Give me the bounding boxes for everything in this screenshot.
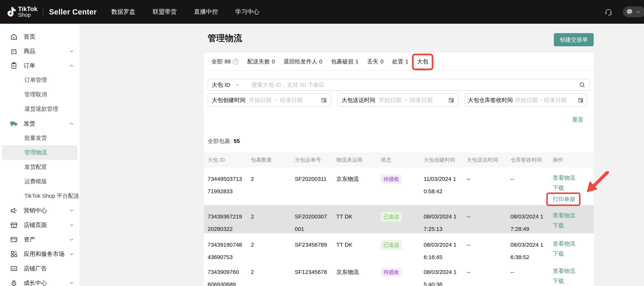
print-document-link[interactable]: 打印单据 <box>553 194 575 204</box>
cell-tracking: SF12345678 <box>295 261 336 278</box>
cell-qty: 2 <box>251 168 295 185</box>
sidebar-item-returns-refunds[interactable]: 退货退款管理 <box>0 102 80 116</box>
download-link[interactable]: 下载 <box>553 276 590 286</box>
filter-warehouse-signed-time[interactable]: 大包仓库签收时间 开始日期 - 结束日期 <box>465 93 587 107</box>
cell-actions: 查看物流 下载 打印单据 <box>553 168 594 205</box>
status-badge: 已送达 <box>381 240 402 250</box>
chevron-down-icon <box>69 208 74 213</box>
view-logistics-link[interactable]: 查看物流 <box>553 266 590 276</box>
cell-qty: 2 <box>251 261 295 278</box>
sidebar-item-products[interactable]: 商品 <box>0 44 80 58</box>
cell-status: 已送达 <box>381 233 424 251</box>
tab-package-damaged[interactable]: 包裹破损 1 <box>331 53 359 70</box>
seller-center-title: Seller Center <box>49 8 96 16</box>
search-field-selector[interactable]: 大包 ID <box>212 81 248 89</box>
chevron-up-icon <box>69 121 74 126</box>
cell-package-id: 7343909760 606930689 <box>208 261 251 286</box>
download-link[interactable]: 下载 <box>553 249 590 259</box>
nav-learning-center[interactable]: 学习中心 <box>236 8 260 16</box>
cell-signed: -- <box>510 261 553 278</box>
date-filters: 大包创建时间 开始日期 - 结束日期 大包送达时间 开始日期 - 结束日期 大包… <box>208 93 587 107</box>
nav-affiliate[interactable]: 联盟带货 <box>153 8 177 16</box>
tab-returned-to-sender[interactable]: 退回给发件人 0 <box>284 53 322 70</box>
search-icon[interactable] <box>578 81 586 88</box>
help-icon[interactable]: ? <box>232 59 238 65</box>
active-tab-underline <box>418 69 428 70</box>
logo-line1: TikTok <box>18 6 38 12</box>
sidebar-item-shipping-template[interactable]: 运费模版 <box>0 174 80 189</box>
sidebar-item-app-service-market[interactable]: 应用和服务市场 <box>0 247 80 261</box>
messages-pill[interactable] <box>623 7 644 17</box>
sidebar-item-order-management[interactable]: 订单管理 <box>0 73 80 87</box>
nav-live-center[interactable]: 直播中控 <box>194 8 218 16</box>
sidebar-item-shop-ads[interactable]: AD 店铺广告 <box>0 261 80 276</box>
cell-created: 08/03/2024 1 6:16:45 <box>424 233 467 263</box>
table-header: 大包 ID 包裹数量 大包运单号 物流承运商 状态 大包创建时间 大包送达时间 … <box>204 153 594 168</box>
chevron-down-icon <box>235 82 240 87</box>
search-input[interactable] <box>252 82 576 88</box>
sidebar-item-bulk-shipping[interactable]: 批量发货 <box>0 131 80 145</box>
cell-carrier: 京东物流 <box>336 261 381 278</box>
reset-filters-link[interactable]: 重置 <box>572 116 583 124</box>
filter-delivered-time[interactable]: 大包送达时间 开始日期 - 结束日期 <box>338 93 458 107</box>
svg-text:AD: AD <box>12 267 16 270</box>
table-row: 73439367219 20280322 2 SF20200307 001 TT… <box>204 205 594 233</box>
chevron-down-icon <box>636 10 641 14</box>
sidebar-item-shipping[interactable]: 发货 <box>0 116 80 131</box>
cell-signed: 08/03/2024 1 7:28:49 <box>510 205 553 235</box>
sidebar-item-shop-pages[interactable]: 店铺页面 <box>0 218 80 232</box>
package-count-summary: 全部包裹:55 <box>208 137 240 145</box>
grid-icon <box>10 250 18 258</box>
tab-delivery-failed[interactable]: 配送失败 0 <box>247 53 275 70</box>
view-logistics-link[interactable]: 查看物流 <box>553 210 590 221</box>
cell-actions: 查看物流 下载 <box>553 233 594 259</box>
tab-all[interactable]: 全部 88 ? <box>211 53 238 70</box>
cell-package-id: 73439190748 43690753 <box>208 233 251 263</box>
sidebar-item-marketing-center[interactable]: 营销中心 <box>0 203 80 218</box>
tab-disposal[interactable]: 处置 1 <box>392 53 408 70</box>
view-logistics-link[interactable]: 查看物流 <box>553 173 590 183</box>
cell-qty: 2 <box>251 205 295 223</box>
sidebar-item-growth-center[interactable]: 成长中心 <box>0 276 80 286</box>
chat-bubble-icon <box>626 8 633 16</box>
filter-created-time[interactable]: 大包创建时间 开始日期 - 结束日期 <box>208 93 331 107</box>
table-body: 73449503713 71992833 2 SF20200311 京东物流 待… <box>204 168 594 286</box>
sidebar-item-assets[interactable]: 资产 <box>0 232 80 247</box>
headset-icon[interactable] <box>604 8 613 16</box>
chevron-down-icon <box>69 280 74 286</box>
sidebar-item-platform-delivery[interactable]: TikTok Shop 平台配送 <box>0 189 80 203</box>
cell-package-id: 73439367219 20280322 <box>208 205 251 235</box>
chevron-down-icon <box>69 48 74 54</box>
chevron-down-icon <box>69 251 74 257</box>
download-link[interactable]: 下载 <box>553 221 590 231</box>
topbar: TikTok Shop Seller Center 数据罗盘 联盟带货 直播中控… <box>0 0 644 24</box>
sidebar-item-shipping-settings[interactable]: 发货配置 <box>0 160 80 174</box>
tab-big-package[interactable]: 大包 <box>417 53 428 70</box>
create-handover-button[interactable]: 创建交接单 <box>554 33 594 46</box>
cell-created: 08/03/2024 1 7:25:13 <box>424 205 467 235</box>
sidebar-item-orders[interactable]: 订单 <box>0 58 80 73</box>
view-logistics-link[interactable]: 查看物流 <box>553 239 590 249</box>
cell-actions: 查看物流 下载 打印单据 <box>553 261 594 286</box>
cell-tracking: SF20200311 <box>295 168 336 185</box>
tab-lost[interactable]: 丢失 0 <box>367 53 384 70</box>
topbar-divider <box>43 9 44 15</box>
sidebar-item-home[interactable]: 首页 <box>0 29 80 44</box>
nav-data-compass[interactable]: 数据罗盘 <box>112 8 136 16</box>
download-link[interactable]: 下载 <box>553 183 590 193</box>
credit-card-icon <box>10 235 18 244</box>
sidebar-item-manage-cancellations[interactable]: 管理取消 <box>0 87 80 102</box>
storefront-icon <box>10 221 18 229</box>
search-bar: 大包 ID <box>208 79 590 91</box>
cell-signed: -- <box>510 168 553 185</box>
cell-signed: 08/03/2024 1 6:38:52 <box>510 233 553 263</box>
status-badge: 待揽收 <box>381 267 402 277</box>
cell-delivered: -- <box>467 233 510 251</box>
medal-icon <box>10 279 18 286</box>
bag-icon <box>10 47 18 55</box>
sidebar-item-manage-logistics[interactable]: 管理物流 <box>2 145 78 160</box>
cell-created: 11/03/2024 1 0:58:42 <box>424 168 467 198</box>
clipboard-icon <box>10 62 18 70</box>
tiktok-shop-logo[interactable]: TikTok Shop <box>5 6 38 18</box>
cell-tracking: SF23456789 <box>295 233 336 251</box>
